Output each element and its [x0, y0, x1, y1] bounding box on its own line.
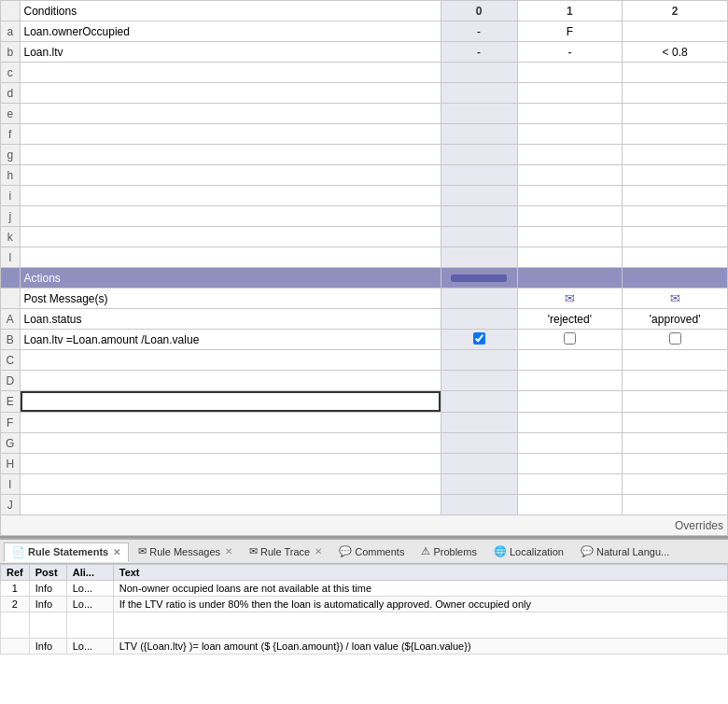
rs-ref-1: 1 [1, 581, 30, 597]
post-messages-label: Post Message(s) [20, 289, 441, 309]
rs-ali-2: Lo... [66, 597, 113, 612]
actions-header-row: Actions [1, 268, 728, 289]
rs-col-post: Post [29, 565, 66, 581]
table-row: G [1, 433, 728, 454]
rs-post-2: Info [29, 597, 66, 612]
action-B-col2[interactable] [623, 330, 728, 350]
row-label-b: b [1, 42, 21, 63]
overrides-row: Overrides [1, 515, 728, 536]
row-label-B: B [1, 330, 21, 350]
condition-c-col1 [517, 63, 623, 83]
email-icon-2: ✉ [670, 291, 680, 305]
col-1-header: 1 [517, 1, 623, 21]
table-row: C [1, 350, 728, 371]
row-label-F: F [1, 413, 21, 433]
action-A-text[interactable]: Loan.status [20, 309, 441, 330]
action-B-checkbox-2[interactable] [669, 332, 681, 345]
condition-a-col1: F [517, 21, 623, 42]
rs-post-3 [29, 612, 66, 639]
bottom-panel: 📄 Rule Statements ✕ ✉ Rule Messages ✕ ✉ … [0, 538, 728, 704]
pm-col1: ✉ [517, 289, 623, 309]
table-row: a Loan.ownerOccupied - F [1, 21, 728, 42]
pm-row-label [1, 289, 21, 309]
action-B-col1[interactable] [517, 330, 623, 350]
table-row: b Loan.ltv - - < 0.8 [1, 42, 728, 63]
actions-label: Actions [20, 268, 441, 289]
rs-text-4: LTV ({Loan.ltv} )= loan amount ($ {Loan.… [113, 639, 727, 655]
rs-ref-4 [1, 639, 30, 655]
mail-icon-2: ✉ [249, 545, 258, 557]
action-B-text[interactable]: Loan.ltv =Loan.amount /Loan.value [20, 330, 441, 350]
rule-statements-table: Ref Post Ali... Text 1 Info Lo... Non-ow… [0, 564, 728, 655]
row-label-c: c [1, 63, 21, 83]
condition-b-text[interactable]: Loan.ltv [20, 42, 441, 63]
table-row: F [1, 413, 728, 433]
chat-icon: 💬 [581, 545, 594, 557]
rs-col-text: Text [113, 565, 727, 581]
tab-natural-language[interactable]: 💬 Natural Langu... [573, 542, 677, 560]
table-row: h [1, 165, 728, 186]
list-item[interactable]: 2 Info Lo... If the LTV ratio is under 8… [1, 597, 728, 612]
tab-problems[interactable]: ⚠ Problems [413, 542, 483, 560]
rs-ref-3 [1, 612, 30, 639]
close-rule-messages-icon[interactable]: ✕ [225, 546, 232, 556]
row-label-d: d [1, 83, 21, 104]
row-label-j: j [1, 206, 21, 227]
pm-col0 [441, 289, 517, 309]
action-B-checkbox-0[interactable] [473, 332, 485, 345]
decision-table: Conditions 0 1 2 a Loan.ownerOccupied - … [0, 0, 728, 538]
action-E-cell[interactable] [20, 391, 441, 413]
table-row: e [1, 104, 728, 124]
table-row: k [1, 227, 728, 247]
rs-col-ali: Ali... [66, 565, 113, 581]
rs-col-ref: Ref [1, 565, 30, 581]
table-row: A Loan.status 'rejected' 'approved' [1, 309, 728, 330]
globe-icon: 🌐 [494, 545, 507, 557]
row-label-header [1, 1, 21, 21]
tab-rule-statements[interactable]: 📄 Rule Statements ✕ [4, 542, 129, 562]
table-row: E [1, 391, 728, 413]
tab-rule-trace[interactable]: ✉ Rule Trace ✕ [242, 542, 329, 560]
rs-text-3 [113, 612, 727, 639]
row-label-G: G [1, 433, 21, 454]
close-rule-statements-icon[interactable]: ✕ [113, 547, 120, 557]
close-rule-trace-icon[interactable]: ✕ [315, 546, 322, 556]
row-label-E: E [1, 391, 21, 413]
list-item [1, 612, 728, 639]
tab-localization[interactable]: 🌐 Localization [486, 542, 571, 560]
action-A-col1: 'rejected' [517, 309, 623, 330]
comment-icon: 💬 [339, 545, 352, 557]
table-row: H [1, 454, 728, 474]
action-B-checkbox-1[interactable] [564, 332, 576, 345]
table-row: f [1, 124, 728, 145]
table-row: i [1, 186, 728, 206]
table-row: B Loan.ltv =Loan.amount /Loan.value [1, 330, 728, 350]
row-label-D: D [1, 371, 21, 391]
table-row: J [1, 495, 728, 515]
table-header-row: Conditions 0 1 2 [1, 1, 728, 21]
email-icon-1: ✉ [565, 291, 575, 305]
action-A-col0 [441, 309, 517, 330]
rs-text-1: Non-owner occupied loans are not availab… [113, 581, 727, 597]
list-item[interactable]: Info Lo... LTV ({Loan.ltv} )= loan amoun… [1, 639, 728, 655]
condition-a-col2 [623, 21, 728, 42]
condition-c-text[interactable] [20, 63, 441, 83]
condition-b-col1: - [517, 42, 623, 63]
action-B-col0[interactable] [441, 330, 517, 350]
row-label-A: A [1, 309, 21, 330]
table-row: D [1, 371, 728, 391]
table-row: c [1, 63, 728, 83]
rs-post-4: Info [29, 639, 66, 655]
condition-a-text[interactable]: Loan.ownerOccupied [20, 21, 441, 42]
condition-b-col2: < 0.8 [623, 42, 728, 63]
tab-rule-messages[interactable]: ✉ Rule Messages ✕ [131, 542, 240, 560]
row-label-l: l [1, 247, 21, 268]
row-label-H: H [1, 454, 21, 474]
tab-comments[interactable]: 💬 Comments [331, 542, 412, 560]
row-label-C: C [1, 350, 21, 371]
list-item[interactable]: 1 Info Lo... Non-owner occupied loans ar… [1, 581, 728, 597]
row-label-I: I [1, 474, 21, 495]
col-2-header: 2 [623, 1, 728, 21]
warning-icon: ⚠ [421, 545, 430, 557]
action-E-input[interactable] [21, 391, 441, 412]
